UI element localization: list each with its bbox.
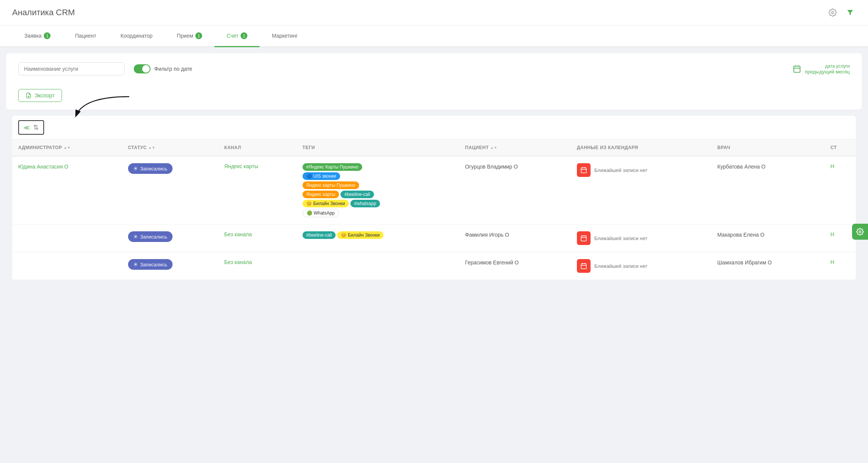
- table-row: Юдина Анастасия О ✳ Записались Яндекс ка…: [12, 156, 856, 224]
- tag: 😊 Билайн Звонки: [303, 200, 349, 207]
- table-header-row: АДМИНИСТРАТОР ▲▼ СТАТУС ▲▼ КАНАЛ: [12, 140, 856, 156]
- channel-text: Без канала: [224, 231, 252, 237]
- tab-badge-priem: 1: [195, 32, 202, 39]
- tags-container: #Яндекс Карты Пушкино 🔵 UIS звонки Яндек…: [303, 163, 386, 217]
- svg-rect-16: [581, 264, 586, 269]
- col-tags[interactable]: ТЕГИ: [296, 140, 459, 156]
- svg-rect-8: [581, 168, 586, 173]
- page-header: Аналитика CRM: [0, 0, 868, 25]
- sort-controls[interactable]: ≪ ⇅: [18, 120, 44, 135]
- channel-text: Без канала: [224, 259, 252, 265]
- calendar-red-icon: [577, 163, 591, 177]
- admin-name[interactable]: Юдина Анастасия О: [18, 164, 68, 170]
- date-value: предыдущий месяц: [805, 69, 850, 75]
- calendar-icon: [793, 65, 801, 73]
- channel-text: Яндекс карты: [224, 163, 258, 169]
- table-row: ✳ Записались Без канала Герасимов Евгени…: [12, 252, 856, 280]
- date-filter-display: дата услуги предыдущий месяц: [793, 64, 850, 75]
- date-filter-toggle[interactable]: [134, 64, 150, 73]
- data-table: АДМИНИСТРАТОР ▲▼ СТАТУС ▲▼ КАНАЛ: [12, 140, 856, 280]
- calendar-red-icon: [577, 259, 591, 273]
- tag: 😊 Билайн Звонки: [337, 231, 383, 239]
- col-patient[interactable]: ПАЦИЕНТ ▲▼: [459, 140, 571, 156]
- table-settings-button[interactable]: [852, 224, 856, 240]
- export-icon: [25, 92, 32, 99]
- calendar-red-icon: [577, 231, 591, 245]
- col-h-value: Н: [830, 163, 834, 169]
- tag: Яндекс карты Пушкино: [303, 181, 359, 189]
- toggle-label: Фильтр по дате: [154, 66, 192, 72]
- svg-rect-1: [794, 66, 800, 73]
- doctor-name: Курбатова Алена О: [718, 164, 766, 170]
- calendar-info: Ближайшей записи нет: [577, 163, 705, 177]
- tab-badge-zayavka: 1: [44, 32, 51, 39]
- calendar-text: Ближайшей записи нет: [594, 263, 648, 269]
- col-status[interactable]: СТАТУС ▲▼: [122, 140, 218, 156]
- col-channel[interactable]: КАНАЛ: [218, 140, 296, 156]
- col-h-value: Н: [830, 259, 834, 265]
- filter-icon[interactable]: [844, 7, 856, 18]
- page-title: Аналитика CRM: [12, 8, 75, 18]
- status-badge: ✳ Записались: [128, 231, 173, 242]
- tab-zayavka[interactable]: Заявка 1: [12, 25, 63, 47]
- calendar-info: Ближайшей записи нет: [577, 259, 705, 273]
- filter-section: Фильтр по дате дата услуги предыдущий ме…: [6, 53, 862, 110]
- svg-rect-12: [581, 236, 586, 241]
- date-filter-toggle-group: Фильтр по дате: [134, 64, 192, 73]
- col-h-value: Н: [830, 231, 834, 237]
- patient-name: Фамилия Игорь О: [465, 232, 509, 238]
- tag: 🔵 UIS звонки: [303, 172, 340, 180]
- tag: #Яндекс Карты Пушкино: [303, 163, 362, 171]
- doctor-name: Макарова Елена О: [718, 232, 765, 238]
- tab-schet[interactable]: Счет 1: [214, 25, 260, 47]
- table-toolbar: ≪ ⇅: [12, 116, 856, 140]
- patient-name: Герасимов Евгений О: [465, 259, 519, 266]
- date-label: дата услуги: [805, 64, 850, 69]
- status-badge: ✳ Записались: [128, 259, 173, 270]
- export-button[interactable]: Экспорт: [18, 89, 62, 102]
- expand-icon: ≪: [24, 124, 30, 131]
- tab-marketing[interactable]: Маркетинг: [260, 25, 310, 47]
- svg-point-0: [832, 11, 834, 14]
- tab-coordinator[interactable]: Координатор: [108, 25, 165, 47]
- service-search-input[interactable]: [18, 62, 125, 75]
- col-admin[interactable]: АДМИНИСТРАТОР ▲▼: [12, 140, 122, 156]
- tab-priem[interactable]: Прием 1: [165, 25, 214, 47]
- calendar-text: Ближайшей записи нет: [594, 167, 648, 173]
- settings-icon[interactable]: [827, 7, 838, 18]
- table-row: ✳ Записались Без канала #beeline-call 😊 …: [12, 224, 856, 252]
- tag: #beeline-call: [303, 231, 336, 239]
- tabs-bar: Заявка 1 Пациент Координатор Прием 1 Сче…: [0, 25, 868, 47]
- patient-name: Огурцов Владимир О: [465, 164, 518, 170]
- col-doctor[interactable]: ВРАЧ: [711, 140, 825, 156]
- table-section: ≪ ⇅ АДМИНИСТРАТОР ▲▼: [12, 116, 856, 280]
- calendar-info: Ближайшей записи нет: [577, 231, 705, 245]
- sort-icon: ⇅: [33, 123, 39, 132]
- tag: Яндекс карты: [303, 191, 339, 198]
- calendar-text: Ближайшей записи нет: [594, 235, 648, 241]
- tab-patient[interactable]: Пациент: [63, 25, 108, 47]
- col-st[interactable]: СТ: [824, 140, 856, 156]
- doctor-name: Шамхалов Ибрагим О: [718, 259, 772, 266]
- tab-badge-schet: 1: [241, 32, 247, 39]
- tags-container: #beeline-call 😊 Билайн Звонки: [303, 231, 386, 239]
- tag: #beeline-call: [341, 191, 374, 198]
- tag: #whatsapp: [350, 200, 380, 207]
- col-calendar[interactable]: ДАННЫЕ ИЗ КАЛЕНДАРЯ: [571, 140, 711, 156]
- tag-whatsapp: 🟢 WhatsApp: [303, 209, 339, 217]
- status-badge: ✳ Записались: [128, 163, 173, 174]
- header-icons: [827, 7, 856, 18]
